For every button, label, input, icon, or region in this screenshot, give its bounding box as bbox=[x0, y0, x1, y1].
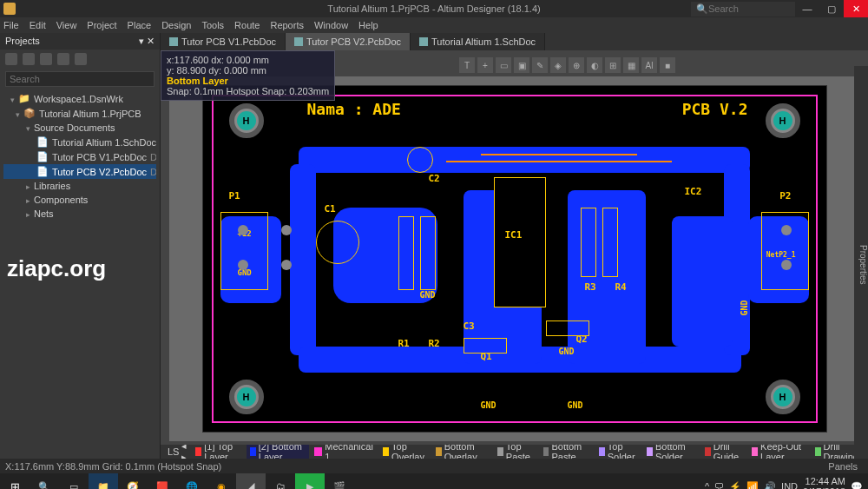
component-r[interactable] bbox=[398, 216, 414, 290]
tree-nets[interactable]: Nets bbox=[3, 207, 156, 221]
menu-reports[interactable]: Reports bbox=[270, 20, 304, 30]
tray-icon[interactable]: ⚡ bbox=[729, 481, 741, 490]
tree-libraries[interactable]: Libraries bbox=[3, 179, 156, 193]
taskbar-app[interactable]: 🎬 bbox=[325, 473, 354, 489]
global-search[interactable]: 🔍 bbox=[691, 2, 795, 17]
tool-button[interactable]: ◐ bbox=[587, 57, 602, 73]
tool-button[interactable]: ■ bbox=[660, 57, 675, 73]
layer-bot-solder[interactable]: Bottom Solder bbox=[643, 445, 700, 459]
window-controls: — ▢ ✕ bbox=[795, 0, 868, 17]
component-c1[interactable] bbox=[316, 221, 359, 264]
taskbar-app[interactable]: ◉ bbox=[207, 473, 236, 489]
tool-button[interactable]: ✎ bbox=[532, 57, 548, 73]
tab-pcb-v1[interactable]: Tutor PCB V1.PcbDoc bbox=[161, 33, 286, 50]
tree-project[interactable]: 📦 Tutorial Altium 1.PrjPCB bbox=[3, 106, 156, 121]
menu-place[interactable]: Place bbox=[128, 20, 152, 30]
tool-icon[interactable] bbox=[5, 53, 17, 65]
taskbar-app[interactable]: ▶ bbox=[295, 473, 325, 489]
properties-panel-tab[interactable]: Properties bbox=[854, 66, 868, 459]
tree-workspace[interactable]: 📁 Workspace1.DsnWrk bbox=[3, 91, 156, 106]
tool-button[interactable]: ▣ bbox=[514, 57, 529, 73]
tool-button[interactable]: ▭ bbox=[496, 57, 511, 73]
layer-mech1[interactable]: Mechanical 1 bbox=[311, 445, 378, 459]
layer-top-solder[interactable]: Top Solder bbox=[595, 445, 641, 459]
menu-view[interactable]: View bbox=[56, 20, 77, 30]
menu-project[interactable]: Project bbox=[87, 20, 116, 30]
designator-r2: R2 bbox=[429, 338, 440, 349]
component-p2[interactable] bbox=[761, 212, 809, 290]
component-q2[interactable] bbox=[546, 320, 589, 336]
close-button[interactable]: ✕ bbox=[844, 0, 868, 17]
taskbar-altium[interactable]: ◢ bbox=[236, 473, 266, 489]
taskbar-app[interactable]: 📁 bbox=[89, 473, 118, 489]
tool-button[interactable]: ▦ bbox=[623, 57, 639, 73]
tool-button[interactable]: T bbox=[459, 57, 475, 73]
projects-search-input[interactable] bbox=[5, 71, 155, 87]
tray-chevron-icon[interactable]: ^ bbox=[705, 481, 709, 489]
menu-file[interactable]: File bbox=[3, 20, 19, 30]
tree-components[interactable]: Components bbox=[3, 193, 156, 207]
menu-tools[interactable]: Tools bbox=[201, 20, 224, 30]
layer-top-overlay[interactable]: Top Overlay bbox=[379, 445, 431, 459]
panel-menu-icon[interactable]: ▾ ✕ bbox=[139, 36, 155, 47]
layer-top-paste[interactable]: Top Paste bbox=[494, 445, 538, 459]
layer-drill-guide[interactable]: Drill Guide bbox=[701, 445, 746, 459]
component-ic1[interactable] bbox=[494, 177, 546, 307]
tab-pcb-v2[interactable]: Tutor PCB V2.PcbDoc bbox=[286, 33, 411, 50]
tray-lang[interactable]: IND bbox=[781, 481, 798, 489]
component-p1[interactable] bbox=[220, 212, 268, 290]
taskbar-app[interactable]: 🧭 bbox=[118, 473, 148, 489]
maximize-button[interactable]: ▢ bbox=[819, 0, 844, 17]
taskbar-app[interactable]: 🗂 bbox=[266, 473, 295, 489]
tool-button[interactable]: ⊞ bbox=[605, 57, 621, 73]
layer-bot-paste[interactable]: Bottom Paste bbox=[540, 445, 594, 459]
tray-notifications-icon[interactable]: 💬 bbox=[851, 481, 863, 490]
tray-icon[interactable]: 🗨 bbox=[714, 481, 724, 489]
layer-bottom[interactable]: [2] Bottom Layer bbox=[247, 445, 309, 459]
menu-help[interactable]: Help bbox=[358, 20, 378, 30]
tool-icon[interactable] bbox=[57, 53, 69, 65]
tab-schdoc[interactable]: Tutorial Altium 1.SchDoc bbox=[411, 33, 545, 50]
tool-icon[interactable] bbox=[40, 53, 52, 65]
component-r3[interactable] bbox=[581, 208, 596, 277]
start-button[interactable]: ⊞ bbox=[0, 473, 30, 489]
component-c2[interactable] bbox=[407, 147, 433, 173]
mounting-hole: H bbox=[766, 103, 800, 138]
tool-button[interactable]: Al bbox=[641, 57, 657, 73]
tool-button[interactable]: ⊕ bbox=[569, 57, 584, 73]
net-gnd: GND bbox=[740, 300, 749, 315]
layer-ls[interactable]: LS ◂ ▸ bbox=[164, 445, 190, 459]
menu-edit[interactable]: Edit bbox=[30, 20, 46, 30]
menu-route[interactable]: Route bbox=[234, 20, 260, 30]
tool-button[interactable]: ◈ bbox=[550, 57, 566, 73]
component-r4[interactable] bbox=[602, 208, 618, 277]
tree-doc-pcb-v1[interactable]: 📄 Tutor PCB V1.PcbDocD bbox=[3, 149, 156, 164]
project-tree: 📁 Workspace1.DsnWrk 📦 Tutorial Altium 1.… bbox=[0, 89, 160, 222]
tray-volume-icon[interactable]: 🔊 bbox=[764, 481, 776, 490]
search-input[interactable] bbox=[708, 3, 786, 14]
minimize-button[interactable]: — bbox=[795, 0, 819, 17]
tool-button[interactable]: + bbox=[477, 57, 493, 73]
tree-doc-schdoc[interactable]: 📄 Tutorial Altium 1.SchDocD bbox=[3, 135, 156, 149]
task-view-button[interactable]: ▭ bbox=[59, 473, 89, 489]
search-button[interactable]: 🔍 bbox=[30, 473, 59, 489]
component-q1[interactable] bbox=[464, 338, 507, 354]
window-title: Tutorial Altium 1.PrjPCB - Altium Design… bbox=[327, 3, 540, 14]
layer-bot-overlay[interactable]: Bottom Overlay bbox=[432, 445, 492, 459]
tool-icon[interactable] bbox=[75, 53, 87, 65]
taskbar-chrome[interactable]: 🌐 bbox=[177, 473, 207, 489]
pcb-board[interactable]: Nama : ADE PCB V.2 H H H H bbox=[202, 85, 827, 433]
tray-wifi-icon[interactable]: 📶 bbox=[746, 481, 759, 490]
component-r[interactable] bbox=[420, 216, 436, 290]
tree-doc-pcb-v2[interactable]: 📄 Tutor PCB V2.PcbDocD bbox=[3, 164, 156, 179]
layer-top[interactable]: [1] Top Layer bbox=[192, 445, 245, 459]
menu-design[interactable]: Design bbox=[161, 20, 191, 30]
tray-clock[interactable]: 12:44 AM 9/17/2018 bbox=[803, 476, 845, 489]
panels-button[interactable]: Panels bbox=[823, 461, 863, 472]
taskbar-app[interactable]: 🟥 bbox=[148, 473, 177, 489]
layer-keepout[interactable]: Keep-Out Layer bbox=[748, 445, 809, 459]
menu-window[interactable]: Window bbox=[314, 20, 348, 30]
tree-source-docs[interactable]: Source Documents bbox=[3, 121, 156, 135]
tool-icon[interactable] bbox=[23, 53, 35, 65]
pcb-canvas[interactable]: Nama : ADE PCB V.2 H H H H bbox=[169, 76, 859, 441]
